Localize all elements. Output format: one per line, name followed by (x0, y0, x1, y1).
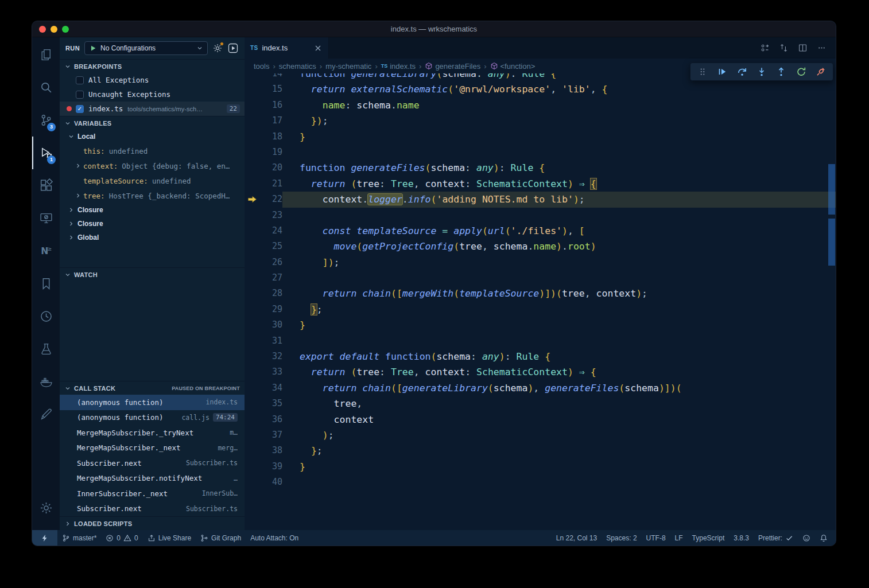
code-line[interactable]: 34 return chain([generateLibrary(schema)… (245, 380, 836, 396)
more-icon[interactable] (817, 43, 827, 53)
code-editor[interactable]: 14function generateLibrary(schema: any):… (245, 73, 836, 530)
line-number[interactable]: 37 (259, 427, 282, 443)
breakpoint-margin[interactable] (245, 459, 259, 474)
call-stack-frame[interactable]: (anonymous function)index.ts (60, 395, 245, 410)
breakpoint-margin[interactable] (245, 255, 259, 270)
line-number[interactable]: 20 (259, 160, 282, 176)
breakpoint-margin[interactable] (245, 317, 259, 333)
activity-item-flask[interactable] (32, 333, 60, 365)
line-number[interactable]: 17 (259, 113, 282, 128)
code-line[interactable]: 27 (245, 270, 836, 286)
code-line[interactable]: 38 }; (245, 443, 836, 458)
status-remote[interactable] (32, 530, 57, 546)
breakpoint-margin[interactable] (245, 474, 259, 490)
breakpoint-margin[interactable] (245, 302, 259, 317)
call-stack-frame[interactable]: Subscriber.nextSubscriber.ts (60, 501, 245, 517)
code-line[interactable]: 17 }); (245, 113, 836, 128)
minimize-window-button[interactable] (51, 26, 57, 33)
variable-scope-local[interactable]: Local (60, 130, 245, 143)
breakpoint-margin[interactable] (245, 192, 259, 207)
variable-row[interactable]: this:undefined (60, 143, 245, 158)
debug-restart-icon[interactable] (796, 67, 806, 77)
line-number[interactable]: 31 (259, 333, 282, 349)
activity-item-nx-console[interactable]: N≥ (32, 235, 60, 267)
breakpoint-checkbox[interactable] (76, 76, 84, 84)
activity-item-clock[interactable] (32, 300, 60, 333)
status-eol[interactable]: LF (670, 530, 688, 546)
breadcrumb-item[interactable]: schematics (279, 62, 316, 71)
code-line[interactable]: 22 context.logger.info('adding NOTES.md … (245, 192, 836, 207)
launch-config-dropdown[interactable]: No Configurations (84, 41, 208, 55)
breakpoint-margin[interactable] (245, 412, 259, 427)
call-stack-frame[interactable]: Subscriber.nextSubscriber.ts (60, 455, 245, 471)
code-line[interactable]: 19 (245, 145, 836, 160)
status-git-graph[interactable]: Git Graph (196, 530, 246, 546)
breakpoint-margin[interactable] (245, 129, 259, 145)
code-line[interactable]: 20function generateFiles(schema: any): R… (245, 160, 836, 176)
code-line[interactable]: 33 return (tree: Tree, context: Schemati… (245, 364, 836, 380)
open-changes-icon[interactable] (760, 43, 770, 53)
breadcrumb-item[interactable]: TSindex.ts (381, 62, 416, 71)
breakpoint-margin[interactable] (245, 239, 259, 254)
activity-item-search[interactable] (32, 71, 60, 104)
code-line[interactable]: 40 (245, 474, 836, 490)
code-line[interactable]: 21 return (tree: Tree, context: Schemati… (245, 176, 836, 192)
status-problems[interactable]: 00 (101, 530, 142, 546)
section-watch-header[interactable]: WATCH (60, 267, 245, 281)
breakpoint-margin[interactable] (245, 145, 259, 160)
breakpoint-row[interactable]: Uncaught Exceptions (60, 87, 245, 102)
code-line[interactable]: 36 context (245, 412, 836, 427)
breakpoint-margin[interactable] (245, 349, 259, 364)
line-number[interactable]: 14 (259, 73, 282, 81)
call-stack-frame[interactable]: InnerSubscriber._nextInnerSub… (60, 486, 245, 501)
code-line[interactable]: 32export default function(schema: any): … (245, 349, 836, 364)
variable-scope-closure[interactable]: Closure (60, 203, 245, 217)
status-prettier[interactable]: Prettier: (754, 530, 798, 546)
code-line[interactable]: 29 }; (245, 302, 836, 317)
activity-item-run-debug[interactable]: 1 (32, 137, 60, 169)
breakpoint-margin[interactable] (245, 364, 259, 380)
breakpoint-margin[interactable] (245, 443, 259, 458)
breakpoint-checkbox[interactable] (76, 91, 84, 99)
status-language[interactable]: TypeScript (688, 530, 730, 546)
activity-item-extensions[interactable] (32, 169, 60, 202)
breakpoint-margin[interactable] (245, 427, 259, 443)
status-ts-version[interactable]: 3.8.3 (729, 530, 754, 546)
breakpoint-margin[interactable] (245, 208, 259, 223)
debug-disconnect-icon[interactable] (816, 67, 826, 77)
line-number[interactable]: 28 (259, 286, 282, 301)
line-number[interactable]: 25 (259, 239, 282, 254)
activity-item-explorer[interactable] (32, 38, 60, 71)
section-call-stack-header[interactable]: CALL STACKPAUSED ON BREAKPOINT (60, 381, 245, 395)
close-tab-icon[interactable] (313, 44, 323, 53)
compare-icon[interactable] (779, 43, 789, 53)
breakpoint-margin[interactable] (245, 160, 259, 176)
variable-row[interactable]: tree:HostTree {_backend: ScopedH… (60, 188, 245, 203)
section-variables-header[interactable]: VARIABLES (60, 116, 245, 130)
zoom-window-button[interactable] (62, 26, 69, 33)
activity-item-settings-gear[interactable] (32, 492, 60, 524)
status-live-share[interactable]: Live Share (143, 530, 196, 546)
code-line[interactable]: 35 tree, (245, 396, 836, 411)
section-breakpoints-header[interactable]: BREAKPOINTS (60, 59, 245, 73)
line-number[interactable]: 40 (259, 474, 282, 490)
status-branch[interactable]: master* (57, 530, 101, 546)
status-notifications[interactable] (815, 530, 832, 546)
breakpoint-margin[interactable] (245, 270, 259, 286)
code-line[interactable]: 37 ); (245, 427, 836, 443)
line-number[interactable]: 38 (259, 443, 282, 458)
configure-launch-button[interactable] (212, 43, 223, 53)
line-number[interactable]: 22 (259, 192, 282, 207)
activity-item-remote-explorer[interactable] (32, 202, 60, 235)
code-line[interactable]: 16 name: schema.name (245, 98, 836, 113)
breakpoint-margin[interactable] (245, 176, 259, 192)
breakpoint-margin[interactable] (245, 333, 259, 349)
call-stack-frame[interactable]: MergeMapSubscriber.notifyNext… (60, 471, 245, 486)
variable-scope-closure[interactable]: Closure (60, 217, 245, 231)
line-number[interactable]: 16 (259, 98, 282, 113)
line-number[interactable]: 18 (259, 129, 282, 145)
overview-ruler[interactable] (828, 73, 836, 530)
breakpoint-row[interactable]: ✓index.tstools/schematics/my-sch…22 (60, 102, 245, 116)
breadcrumb-item[interactable]: <function> (490, 62, 536, 71)
call-stack-frame[interactable]: MergeMapSubscriber._nextmerg… (60, 441, 245, 456)
